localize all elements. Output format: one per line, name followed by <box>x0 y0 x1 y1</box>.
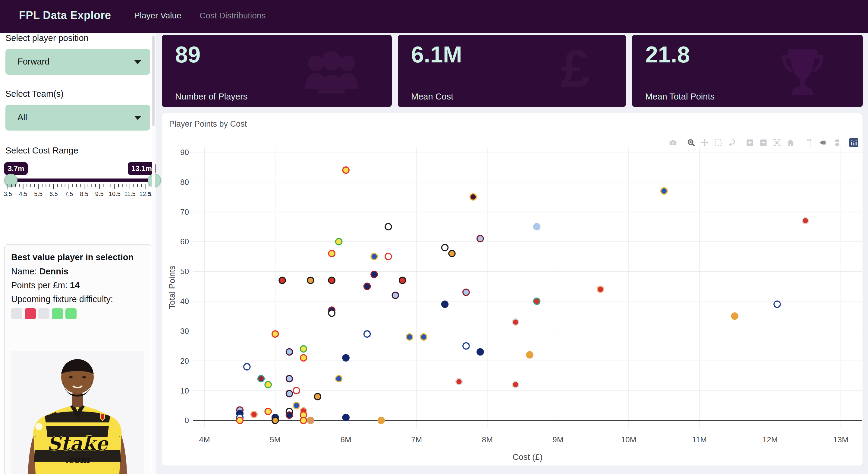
chart-title: Player Points by Cost <box>169 119 247 129</box>
scatter-point[interactable] <box>307 277 314 284</box>
scatter-point[interactable] <box>477 349 484 355</box>
sidebar-scrollbar-thumb[interactable] <box>152 36 155 126</box>
scatter-point[interactable] <box>293 402 300 409</box>
svg-text:5.5: 5.5 <box>34 190 42 197</box>
scatter-point[interactable] <box>343 414 349 421</box>
top-navbar: FPL Data Explore Player Value Cost Distr… <box>0 0 868 33</box>
svg-text:3.5: 3.5 <box>4 190 12 197</box>
scatter-point[interactable] <box>329 277 335 284</box>
x-tick-label: 7M <box>411 435 422 444</box>
scatter-point[interactable] <box>258 376 264 382</box>
scatter-point[interactable] <box>279 277 285 284</box>
position-select[interactable]: Forward <box>5 49 150 75</box>
scatter-point[interactable] <box>237 417 243 424</box>
x-tick-label: 8M <box>482 435 493 444</box>
scatter-point[interactable] <box>527 352 533 358</box>
x-tick-label: 13M <box>833 435 848 444</box>
scatter-point[interactable] <box>371 253 377 260</box>
fixture-difficulty-square <box>38 308 50 319</box>
scatter-point[interactable] <box>329 250 335 257</box>
best-value-name: Dennis <box>39 267 68 276</box>
svg-text:11.5: 11.5 <box>124 190 135 197</box>
scatter-point[interactable] <box>661 188 667 194</box>
scatter-point[interactable] <box>286 349 293 355</box>
scatter-point[interactable] <box>300 346 307 352</box>
best-value-name-line: Name: Dennis <box>11 267 144 276</box>
svg-text:9.5: 9.5 <box>95 190 104 197</box>
scatter-point[interactable] <box>343 355 349 361</box>
scatter-point[interactable] <box>421 334 427 340</box>
y-tick-label: 90 <box>180 148 189 157</box>
scatter-point[interactable] <box>442 301 448 307</box>
scatter-point[interactable] <box>286 412 293 418</box>
tab-player-value[interactable]: Player Value <box>134 11 181 21</box>
scatter-point[interactable] <box>774 301 780 307</box>
scatter-point[interactable] <box>463 289 469 296</box>
scatter-point[interactable] <box>392 292 398 298</box>
stat-value: 6.1M <box>411 41 462 67</box>
scatter-point[interactable] <box>307 417 314 424</box>
scatter-point[interactable] <box>371 271 377 278</box>
best-value-ppm: 14 <box>70 280 80 290</box>
scatter-point[interactable] <box>385 253 392 260</box>
scatter-point[interactable] <box>286 390 293 397</box>
scatter-point[interactable] <box>399 277 406 284</box>
best-value-title: Best value player in selection <box>11 253 144 262</box>
y-tick-label: 0 <box>185 416 189 425</box>
svg-text:4.5: 4.5 <box>19 190 27 197</box>
scatter-point[interactable] <box>293 387 300 394</box>
chart-card: Player Points by Cost 010203040506070809… <box>162 113 863 466</box>
x-tick-label: 6M <box>341 435 351 444</box>
slider-low-value: 3.7m <box>4 162 28 175</box>
fixture-difficulty-square <box>52 308 63 319</box>
y-tick-label: 30 <box>180 327 189 335</box>
stat-card-mean-cost: 6.1M Mean Cost £ <box>398 35 626 107</box>
scatter-point[interactable] <box>364 283 370 290</box>
scatter-point[interactable] <box>513 381 519 388</box>
scatter-point[interactable] <box>272 331 278 337</box>
scatter-point[interactable] <box>244 364 250 370</box>
scatter-point[interactable] <box>533 224 540 230</box>
scatter-point[interactable] <box>265 408 271 415</box>
scatter-point[interactable] <box>442 244 448 251</box>
scatter-point[interactable] <box>597 286 604 293</box>
scatter-point[interactable] <box>272 417 278 424</box>
scatter-point[interactable] <box>456 378 462 385</box>
scatter-point[interactable] <box>343 167 349 173</box>
scatter-point[interactable] <box>336 376 342 382</box>
scatter-point[interactable] <box>732 313 738 319</box>
x-tick-label: 4M <box>199 435 210 444</box>
x-tick-label: 11M <box>692 435 707 444</box>
x-tick-label: 12M <box>763 435 778 444</box>
scatter-point[interactable] <box>802 218 809 224</box>
team-select[interactable]: All <box>5 105 150 130</box>
svg-text:.com: .com <box>65 454 90 465</box>
trophy-icon <box>772 44 833 101</box>
scatter-point[interactable] <box>300 355 307 361</box>
scatter-point[interactable] <box>533 298 540 304</box>
scatter-point[interactable] <box>364 331 370 337</box>
scatter-point[interactable] <box>449 250 455 257</box>
svg-text:KELME: KELME <box>49 419 62 423</box>
svg-text:Stake: Stake <box>47 432 109 455</box>
scatter-plot[interactable]: 01020304050607080904M5M6M7M8M9M10M11M12M… <box>162 133 863 466</box>
scatter-point[interactable] <box>513 319 519 325</box>
y-tick-label: 80 <box>180 178 189 187</box>
scatter-point[interactable] <box>336 238 342 245</box>
scatter-point[interactable] <box>470 194 476 200</box>
scatter-point[interactable] <box>286 376 293 382</box>
scatter-point[interactable] <box>463 343 469 349</box>
tab-cost-distributions[interactable]: Cost Distributions <box>199 11 266 21</box>
chevron-down-icon <box>134 116 141 120</box>
scatter-point[interactable] <box>329 310 335 316</box>
scatter-point[interactable] <box>300 417 307 424</box>
scatter-point[interactable] <box>378 417 384 424</box>
scatter-point[interactable] <box>265 381 271 388</box>
svg-text:8.5: 8.5 <box>80 190 88 197</box>
scatter-point[interactable] <box>406 334 412 340</box>
scatter-point[interactable] <box>385 224 392 230</box>
y-axis-title: Total Points <box>167 266 177 309</box>
scatter-point[interactable] <box>251 411 257 418</box>
scatter-point[interactable] <box>314 393 321 400</box>
scatter-point[interactable] <box>477 236 484 242</box>
